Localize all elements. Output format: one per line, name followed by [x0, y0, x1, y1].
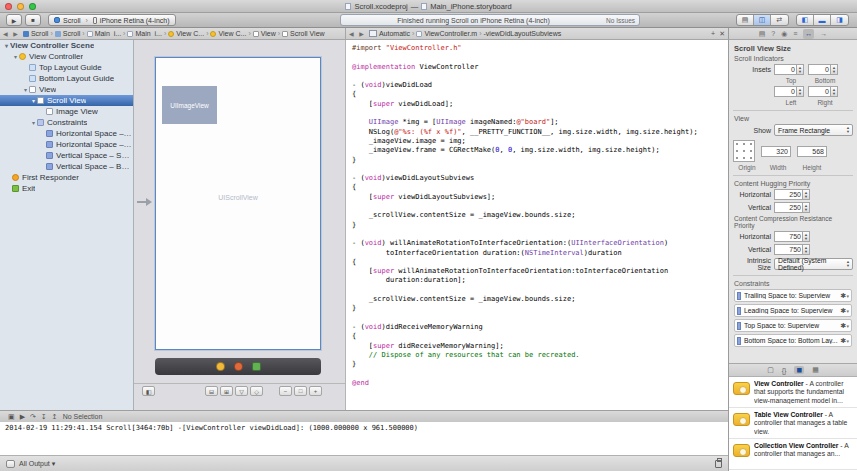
constraint-row[interactable]: Top Space to: Superview ✱▾ — [734, 319, 852, 332]
stepper-icon[interactable]: ▲▼ — [796, 87, 803, 96]
outline-item-view-controller[interactable]: ▾ View Controller — [0, 51, 133, 62]
breadcrumb[interactable]: View — [253, 30, 276, 37]
breadcrumb[interactable]: Main_i... — [127, 30, 161, 37]
outline-item-constraint[interactable]: Horizontal Space – Vi... — [0, 128, 133, 139]
zoom-in-button[interactable]: + — [309, 386, 322, 396]
outline-item-bottom-layout-guide[interactable]: Bottom Layout Guide — [0, 73, 133, 84]
console-filter-icon[interactable] — [6, 460, 15, 468]
stepper-icon[interactable]: ▲▼ — [802, 203, 809, 212]
constraint-row[interactable]: Bottom Space to: Bottom Lay... ✱▾ — [734, 334, 852, 347]
standard-editor-button[interactable]: ▤ — [737, 15, 754, 25]
stepper-icon[interactable]: ▲▼ — [830, 65, 837, 74]
show-popup[interactable]: Frame Rectangle ▲▼ — [774, 124, 853, 136]
step-into-button[interactable]: ↧ — [41, 413, 47, 421]
view-controller-dock-icon[interactable] — [216, 362, 225, 371]
version-editor-button[interactable]: ⇄ — [771, 15, 788, 25]
assistant-editor-button[interactable]: ◫ — [754, 15, 771, 25]
disclosure-triangle-icon[interactable]: ▾ — [30, 97, 37, 104]
code-snippet-library-tab[interactable]: {} — [782, 367, 787, 374]
outline-item-constraint[interactable]: Vertical Space – Scroll... — [0, 150, 133, 161]
inset-right-field[interactable]: 0▲▼ — [808, 86, 838, 97]
disclosure-triangle-icon[interactable]: ▾ — [12, 53, 19, 60]
file-template-library-tab[interactable]: ▢ — [767, 366, 774, 374]
intrinsic-size-popup[interactable]: Default (System Defined) ▲▼ — [774, 258, 853, 270]
step-over-button[interactable]: ↷ — [30, 413, 36, 421]
disclosure-triangle-icon[interactable]: ▾ — [22, 86, 29, 93]
identity-inspector-tab[interactable]: ◉ — [781, 29, 787, 39]
outline-item-top-layout-guide[interactable]: Top Layout Guide — [0, 62, 133, 73]
zoom-fit-button[interactable]: □ — [294, 386, 307, 396]
breadcrumb-automatic[interactable]: Automatic — [379, 30, 410, 37]
constraint-row[interactable]: Leading Space to: Superview ✱▾ — [734, 304, 852, 317]
hide-debug-area-button[interactable]: ▣ — [8, 413, 15, 421]
stepper-icon[interactable]: ▲▼ — [802, 232, 809, 241]
resizing-behavior-button[interactable]: ◇ — [250, 386, 263, 396]
constraint-row[interactable]: Trailing Space to: Superview ✱▾ — [734, 289, 852, 302]
toggle-debug-area-button[interactable]: ▬ — [814, 15, 831, 25]
media-library-tab[interactable]: ▦ — [812, 366, 819, 374]
library-item-table-view-controller[interactable]: Table View Controller - A controller tha… — [729, 408, 857, 439]
exit-dock-icon[interactable] — [252, 362, 261, 371]
outline-item-first-responder[interactable]: First Responder — [0, 172, 133, 183]
stepper-icon[interactable]: ▲▼ — [802, 245, 809, 254]
clear-console-button[interactable] — [715, 460, 722, 468]
source-editor[interactable]: #import "ViewController.h"@implementatio… — [345, 40, 728, 410]
image-view-on-canvas[interactable]: UIImageView — [162, 86, 217, 124]
attributes-inspector-tab[interactable]: ≡ — [793, 29, 797, 39]
hugging-vertical-field[interactable]: 250▲▼ — [774, 202, 810, 213]
toggle-document-outline-button[interactable]: ◧ — [142, 386, 155, 396]
outline-item-constraints[interactable]: ▾ Constraints — [0, 117, 133, 128]
initial-view-controller-arrow[interactable] — [137, 198, 152, 206]
stop-button[interactable]: ■ — [25, 14, 41, 26]
stepper-icon[interactable]: ▲▼ — [830, 87, 837, 96]
disclosure-triangle-icon[interactable]: ▾ — [30, 119, 37, 126]
breadcrumb[interactable]: Scroll View — [282, 30, 325, 37]
toggle-navigator-button[interactable]: ◧ — [797, 15, 814, 25]
origin-selector[interactable] — [733, 140, 755, 162]
outline-item-image-view[interactable]: Image View — [0, 106, 133, 117]
resolve-auto-layout-button[interactable]: ▽ — [235, 386, 248, 396]
history-back-forward[interactable]: ◀ ▶ — [3, 30, 20, 37]
breadcrumb[interactable]: Scroll — [55, 30, 81, 37]
outline-item-constraint[interactable]: Horizontal Space – Scr... — [0, 139, 133, 150]
breadcrumb-method[interactable]: -viewDidLayoutSubviews — [484, 30, 562, 37]
breadcrumb[interactable]: View C... — [168, 30, 204, 37]
object-library-tab[interactable]: ◼ — [794, 366, 804, 374]
inset-bottom-field[interactable]: 0▲▼ — [808, 64, 838, 75]
view-controller-canvas[interactable]: UIImageView UIScrollView — [155, 57, 321, 350]
console-output[interactable]: 2014-02-19 11:29:41.154 Scroll[3464:70b]… — [0, 422, 728, 455]
ib-canvas[interactable]: UIImageView UIScrollView ◧ ⊟ ⊞ ▽ ◇ − □ + — [134, 40, 345, 410]
height-field[interactable]: 568 — [797, 146, 827, 157]
step-out-button[interactable]: ↥ — [52, 413, 58, 421]
width-field[interactable]: 320 — [761, 146, 791, 157]
history-back-forward[interactable]: ◀ ▶ — [349, 30, 366, 37]
disclosure-triangle-icon[interactable]: ▾ — [3, 42, 10, 49]
output-filter-popup[interactable]: All Output ▾ — [19, 460, 55, 468]
toggle-utilities-button[interactable]: ◨ — [831, 15, 848, 25]
hugging-horizontal-field[interactable]: 250▲▼ — [774, 189, 810, 200]
run-button[interactable]: ▶ — [6, 14, 22, 26]
pin-button[interactable]: ⊞ — [220, 386, 233, 396]
scheme-selector[interactable]: Scroll › iPhone Retina (4-inch) — [48, 14, 176, 26]
debug-location-popup[interactable]: No Selection — [63, 413, 103, 420]
continue-button[interactable]: ▶ — [20, 413, 25, 421]
breadcrumb[interactable]: Scroll — [23, 30, 49, 37]
stepper-icon[interactable]: ▲▼ — [802, 190, 809, 199]
compression-vertical-field[interactable]: 750▲▼ — [774, 244, 810, 255]
breadcrumb[interactable]: View C... — [210, 30, 246, 37]
inset-left-field[interactable]: 0▲▼ — [774, 86, 804, 97]
stepper-icon[interactable]: ▲▼ — [796, 65, 803, 74]
first-responder-dock-icon[interactable] — [234, 362, 243, 371]
library-item-collection-view-controller[interactable]: Collection View Controller - A controlle… — [729, 439, 857, 470]
zoom-out-button[interactable]: − — [279, 386, 292, 396]
file-inspector-tab[interactable]: ▤ — [759, 29, 766, 39]
compression-horizontal-field[interactable]: 750▲▼ — [774, 231, 810, 242]
breadcrumb-file[interactable]: ViewController.m — [416, 30, 477, 37]
outline-item-constraint[interactable]: Vertical Space – Botto... — [0, 161, 133, 172]
close-assistant-editor-button[interactable]: ✕ — [719, 30, 725, 38]
size-inspector-tab[interactable]: ↔ — [803, 29, 814, 39]
outline-item-view[interactable]: ▾ View — [0, 84, 133, 95]
outline-scene-header[interactable]: ▾ View Controller Scene — [0, 40, 133, 51]
inset-top-field[interactable]: 0▲▼ — [774, 64, 804, 75]
library-item-view-controller[interactable]: View Controller - A controller that supp… — [729, 377, 857, 408]
